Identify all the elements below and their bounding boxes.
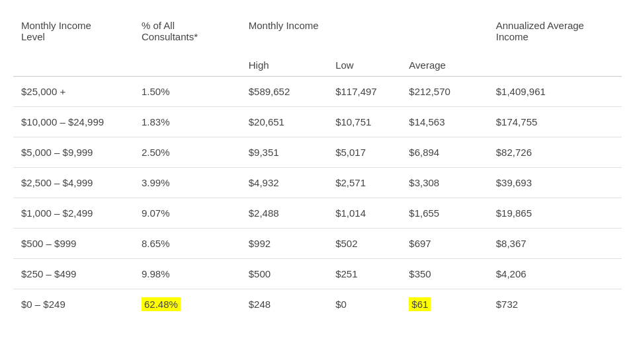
cell-percent: 9.07%: [134, 198, 241, 229]
main-header-row: Monthly Income Level % of All Consultant…: [13, 13, 622, 49]
table-row: $0 – $24962.48%$248$0$61$732: [13, 289, 622, 320]
cell-high: $248: [241, 289, 327, 320]
cell-high: $589,652: [241, 77, 327, 107]
subheader-empty-3: [488, 49, 622, 77]
cell-average: $6,894: [401, 137, 487, 168]
cell-average: $3,308: [401, 168, 487, 198]
cell-percent: 3.99%: [134, 168, 241, 198]
cell-percent: 2.50%: [134, 137, 241, 168]
cell-average: $1,655: [401, 198, 487, 229]
cell-annualized: $4,206: [488, 259, 622, 289]
table-row: $10,000 – $24,9991.83%$20,651$10,751$14,…: [13, 107, 622, 137]
subheader-low: Low: [327, 49, 401, 77]
cell-income-level: $250 – $499: [13, 259, 134, 289]
cell-low: $251: [327, 259, 401, 289]
cell-percent: 62.48%: [134, 289, 241, 320]
subheader-high: High: [241, 49, 327, 77]
cell-low: $2,571: [327, 168, 401, 198]
cell-annualized: $1,409,961: [488, 77, 622, 107]
table-row: $5,000 – $9,9992.50%$9,351$5,017$6,894$8…: [13, 137, 622, 168]
table-row: $2,500 – $4,9993.99%$4,932$2,571$3,308$3…: [13, 168, 622, 198]
table-row: $250 – $4999.98%$500$251$350$4,206: [13, 259, 622, 289]
cell-income-level: $5,000 – $9,999: [13, 137, 134, 168]
header-income-level: Monthly Income Level: [13, 13, 134, 49]
cell-high: $992: [241, 229, 327, 259]
table-row: $500 – $9998.65%$992$502$697$8,367: [13, 229, 622, 259]
header-percent: % of All Consultants*: [134, 13, 241, 49]
table-row: $1,000 – $2,4999.07%$2,488$1,014$1,655$1…: [13, 198, 622, 229]
cell-average: $14,563: [401, 107, 487, 137]
subheader-row: High Low Average: [13, 49, 622, 77]
cell-percent: 8.65%: [134, 229, 241, 259]
cell-low: $5,017: [327, 137, 401, 168]
cell-low: $10,751: [327, 107, 401, 137]
cell-high: $9,351: [241, 137, 327, 168]
cell-income-level: $10,000 – $24,999: [13, 107, 134, 137]
cell-income-level: $1,000 – $2,499: [13, 198, 134, 229]
cell-low: $0: [327, 289, 401, 320]
cell-low: $117,497: [327, 77, 401, 107]
income-table-container: Monthly Income Level % of All Consultant…: [13, 13, 622, 319]
cell-low: $502: [327, 229, 401, 259]
subheader-empty-1: [13, 49, 134, 77]
cell-percent: 9.98%: [134, 259, 241, 289]
income-table: Monthly Income Level % of All Consultant…: [13, 13, 622, 319]
cell-high: $20,651: [241, 107, 327, 137]
cell-annualized: $732: [488, 289, 622, 320]
cell-income-level: $25,000 +: [13, 77, 134, 107]
subheader-empty-2: [134, 49, 241, 77]
cell-income-level: $500 – $999: [13, 229, 134, 259]
cell-annualized: $82,726: [488, 137, 622, 168]
header-annualized: Annualized Average Income: [488, 13, 622, 49]
cell-high: $4,932: [241, 168, 327, 198]
subheader-average: Average: [401, 49, 487, 77]
table-body: $25,000 +1.50%$589,652$117,497$212,570$1…: [13, 77, 622, 320]
cell-percent-highlighted: 62.48%: [142, 297, 181, 311]
cell-annualized: $39,693: [488, 168, 622, 198]
cell-average: $61: [401, 289, 487, 320]
cell-low: $1,014: [327, 198, 401, 229]
cell-high: $500: [241, 259, 327, 289]
cell-percent: 1.83%: [134, 107, 241, 137]
cell-income-level: $0 – $249: [13, 289, 134, 320]
cell-annualized: $174,755: [488, 107, 622, 137]
cell-percent: 1.50%: [134, 77, 241, 107]
cell-high: $2,488: [241, 198, 327, 229]
cell-average: $350: [401, 259, 487, 289]
cell-average: $697: [401, 229, 487, 259]
header-monthly-income: Monthly Income: [241, 13, 488, 49]
cell-income-level: $2,500 – $4,999: [13, 168, 134, 198]
cell-average: $212,570: [401, 77, 487, 107]
cell-annualized: $8,367: [488, 229, 622, 259]
cell-average-highlighted: $61: [409, 297, 431, 311]
cell-annualized: $19,865: [488, 198, 622, 229]
table-row: $25,000 +1.50%$589,652$117,497$212,570$1…: [13, 77, 622, 107]
